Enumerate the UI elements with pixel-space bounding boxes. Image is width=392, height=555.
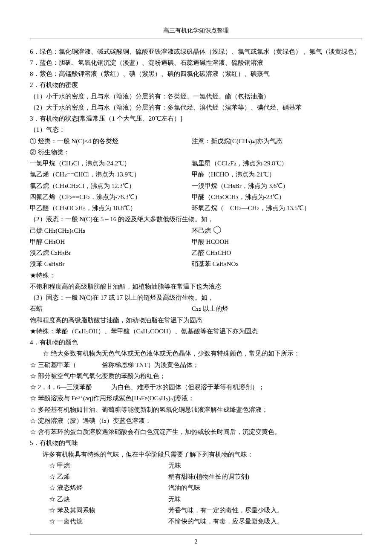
liquid-row-2: 甲醇 CH₃OH 甲酸 HCOOH (30, 236, 362, 247)
col-left: 甲乙醚（CH₃OC₂H₅，沸点为 10.8℃） (30, 202, 192, 214)
col-left: ① 烃类：一般 N(C)≤4 的各类烃 (30, 136, 192, 147)
section-3: 3．有机物的状态[常温常压（1 个大气压、20℃左右）] (30, 113, 362, 124)
col-right: 硝基苯 C₆H₅NO₂ (192, 258, 362, 269)
col-right: 汽油的气味 (168, 482, 200, 493)
section-4-5: ☆ 多羟基有机物如甘油、葡萄糖等能使新制的氢氧化铜悬浊液溶解生成绛蓝色溶液； (30, 404, 362, 415)
col-left: ☆ 液态烯烃 (49, 482, 168, 493)
col-left: ☆ 乙炔 (49, 494, 168, 505)
col-right: 氟里昂（CCl₂F₂，沸点为-29.8℃） (192, 158, 362, 169)
smell-row-2: ☆ 乙烯 稍有甜味(植物生长的调节剂) (30, 471, 362, 482)
liquid-row-4: 溴苯 C₆H₅Br 硝基苯 C₆H₅NO₂ (30, 258, 362, 269)
smell-row-1: ☆ 甲烷 无味 (30, 460, 362, 471)
header-rule (30, 38, 362, 38)
section-5: 5．有机物的气味 (30, 437, 362, 448)
col-right: 环氧乙烷（ CH₂—CH₂，沸点为 13.5℃） (192, 202, 362, 214)
star-note-1-text: 不饱和程度高的高级脂肪酸甘油酯，如植物油脂等在常温下也为液态 (30, 281, 362, 292)
section-4-1: ☆ 三硝基甲苯（ 俗称梯恩梯 TNT）为淡黄色晶体； (30, 359, 362, 370)
col-left: 己烷 CH₃(CH₂)₄CH₃ (30, 225, 192, 236)
section-4-3: ☆ 2，4，6—三溴苯酚 为白色、难溶于水的固体（但易溶于苯等有机溶剂）； (30, 382, 362, 393)
page-header: 高三有机化学知识点整理 (30, 26, 362, 36)
col-right: 注意：新戊烷[C(CH₃)₄]亦为气态 (192, 136, 362, 147)
col-right: C₁₂ 以上的烃 (192, 303, 362, 314)
solid-row-2: 饱和程度高的高级脂肪酸甘油酯，如动物油脂在常温下为固态 (30, 315, 362, 326)
section-2: 2．有机物的密度 (30, 79, 362, 90)
col-right: 乙醛 CH₃CHO (192, 247, 362, 258)
star-note-2: ★特殊：苯酚（C₆H₅OH）、苯甲酸（C₆H₅COOH）、氨基酸等在常温下亦为固… (30, 326, 362, 337)
page-number: 2 (30, 537, 362, 547)
col-right: 不愉快的气味，有毒，应尽量避免吸入。 (168, 516, 283, 527)
col-left: 石蜡 (30, 303, 192, 314)
item-6: 6．绿色：氯化铜溶液、碱式碳酸铜、硫酸亚铁溶液或绿矾晶体（浅绿）、氯气或氯水（黄… (30, 46, 362, 57)
section-3-2: （2）液态：一般 N(C)在 5～16 的烃及绝大多数低级衍生物。如， (30, 214, 362, 225)
col-left: ☆ 一卤代烷 (49, 516, 168, 527)
deriv-row-2: 氯乙烯（CH₂==CHCl，沸点为-13.9℃） 甲醛（HCHO，沸点为-21℃… (30, 169, 362, 180)
col-left: ☆ 苯及其同系物 (49, 505, 168, 516)
hexagon-icon (213, 225, 222, 234)
star-note-1: ★特殊： (30, 270, 362, 281)
liquid-row-1: 己烷 CH₃(CH₂)₄CH₃ 环己烷 (30, 225, 362, 236)
col-right: 甲醚（CH₃OCH₃，沸点为-23℃） (192, 191, 362, 202)
footer-rule (30, 535, 362, 535)
col-right: 甲酸 HCOOH (192, 236, 362, 247)
item-7: 7．蓝色：胆矾、氢氧化铜沉淀（淡蓝）、淀粉遇碘、石蕊遇碱性溶液、硫酸铜溶液 (30, 57, 362, 68)
col-right: 芳香气味，有一定的毒性，尽量少吸入。 (168, 505, 283, 516)
col-left: 溴苯 C₆H₅Br (30, 258, 192, 269)
smell-row-5: ☆ 苯及其同系物 芳香气味，有一定的毒性，尽量少吸入。 (30, 505, 362, 516)
row-hydrocarbon-note: ① 烃类：一般 N(C)≤4 的各类烃 注意：新戊烷[C(CH₃)₄]亦为气态 (30, 136, 362, 147)
deriv-row-4: 四氟乙烯（CF₂==CF₂，沸点为-76.3℃） 甲醚（CH₃OCH₃，沸点为-… (30, 191, 362, 202)
smell-row-3: ☆ 液态烯烃 汽油的气味 (30, 482, 362, 493)
col-right: 环己烷 (192, 225, 362, 236)
col-left: 甲醇 CH₃OH (30, 236, 192, 247)
section-3-3: （3）固态：一般 N(C)在 17 或 17 以上的链烃及高级衍生物。如， (30, 292, 362, 303)
section-2-1: （1）小于水的密度，且与水（溶液）分层的有：各类烃、一氯代烃、酯（包括油脂） (30, 91, 362, 102)
section-4-7: ☆ 含有苯环的蛋白质溶胶遇浓硝酸会有白色沉淀产生，加热或较长时间后，沉淀变黄色。 (30, 426, 362, 437)
section-4: 4．有机物的颜色 (30, 337, 362, 348)
section-4-6: ☆ 淀粉溶液（胶）遇碘（I₂）变蓝色溶液； (30, 415, 362, 426)
section-4-intro: ☆ 绝大多数有机物为无色气体或无色液体或无色晶体，少数有特殊颜色，常见的如下所示… (30, 348, 362, 359)
smell-row-6: ☆ 一卤代烷 不愉快的气味，有毒，应尽量避免吸入。 (30, 516, 362, 527)
cyclohexane-label: 环己烷 (192, 227, 211, 234)
svg-marker-0 (214, 226, 221, 234)
col-left: 溴乙烷 C₂H₅Br (30, 247, 192, 258)
col-right: 无味 (168, 460, 181, 471)
col-right: 一溴甲烷（CH₃Br，沸点为 3.6℃） (192, 180, 362, 191)
col-right: 甲醛（HCHO，沸点为-21℃） (192, 169, 362, 180)
col-left: 四氟乙烯（CF₂==CF₂，沸点为-76.3℃） (30, 191, 192, 202)
liquid-row-3: 溴乙烷 C₂H₅Br 乙醛 CH₃CHO (30, 247, 362, 258)
col-right: 稍有甜味(植物生长的调节剂) (168, 471, 249, 482)
section-2-2: （2）大于水的密度，且与水（溶液）分层的有：多氯代烃、溴代烃（溴苯等）、碘代烃、… (30, 102, 362, 113)
col-left: 氯乙烯（CH₂==CHCl，沸点为-13.9℃） (30, 169, 192, 180)
deriv-row-3: 氯乙烷（CH₃CH₂Cl，沸点为 12.3℃） 一溴甲烷（CH₃Br，沸点为 3… (30, 180, 362, 191)
section-3-1: （1）气态： (30, 124, 362, 135)
smell-row-4: ☆ 乙炔 无味 (30, 494, 362, 505)
item-8: 8．紫色：高锰酸钾溶液（紫红）、碘（紫黑）、碘的四氯化碳溶液（紫红）、碘蒸气 (30, 68, 362, 79)
col-left: ☆ 乙烯 (49, 471, 168, 482)
deriv-row-1: 一氯甲烷（CH₃Cl，沸点为-24.2℃） 氟里昂（CCl₂F₂，沸点为-29.… (30, 158, 362, 169)
solid-row-1: 石蜡 C₁₂ 以上的烃 (30, 303, 362, 314)
col-left: 氯乙烷（CH₃CH₂Cl，沸点为 12.3℃） (30, 180, 192, 191)
deriv-row-5: 甲乙醚（CH₃OC₂H₅，沸点为 10.8℃） 环氧乙烷（ CH₂—CH₂，沸点… (30, 202, 362, 214)
section-5-intro: 许多有机物具有特殊的气味，但在中学阶段只需要了解下列有机物的气味： (30, 449, 362, 460)
col-left: 一氯甲烷（CH₃Cl，沸点为-24.2℃） (30, 158, 192, 169)
section-4-2: ☆ 部分被空气中氧气氧化变质的苯酚为粉红色； (30, 370, 362, 382)
col-right: 无味 (168, 494, 181, 505)
col-left: ☆ 甲烷 (49, 460, 168, 471)
section-3-1b: ② 衍生物类： (30, 147, 362, 158)
section-4-4: ☆ 苯酚溶液与 Fe³⁺(aq)作用形成紫色[H₃Fe(OC₆H₅)₆]溶液； (30, 393, 362, 404)
